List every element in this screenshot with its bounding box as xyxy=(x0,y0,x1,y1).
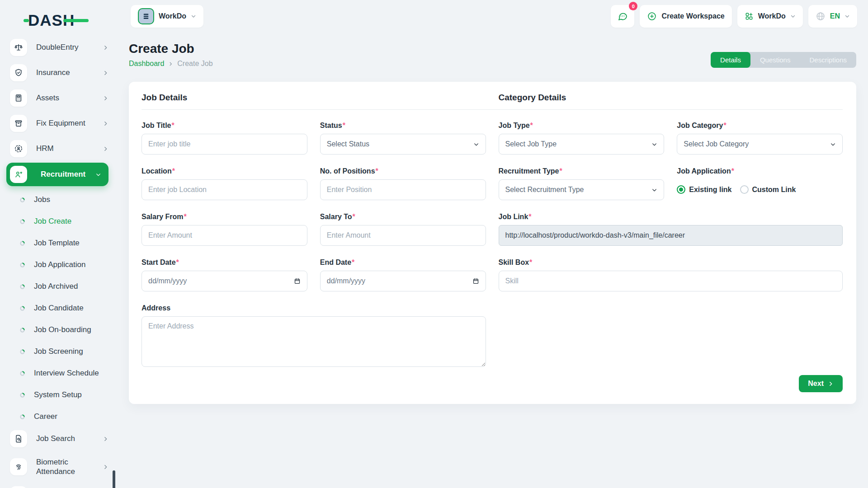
messages-count-badge: 0 xyxy=(629,2,637,10)
chevron-down-icon xyxy=(651,187,657,193)
start-date-input[interactable]: dd/mm/yyyy xyxy=(142,271,307,291)
sidebar-subitem-system-setup[interactable]: System Setup xyxy=(0,384,117,406)
field-start-date: Start Date* dd/mm/yyyy xyxy=(142,258,307,291)
sidebar-subitem-label: Interview Schedule xyxy=(34,369,99,378)
sidebar-subitem-job-template[interactable]: Job Template xyxy=(0,232,117,254)
sidebar-scrollbar[interactable] xyxy=(113,470,115,488)
job-type-select-value: Select Job Type xyxy=(505,140,557,148)
location-label: Location* xyxy=(142,167,307,175)
sidebar-item-insurance[interactable]: Insurance xyxy=(0,61,117,84)
tab-details[interactable]: Details xyxy=(711,52,750,68)
sidebar-item-doubleentry[interactable]: DoubleEntry xyxy=(0,36,117,59)
person-dashed-circle-icon xyxy=(10,140,27,157)
sidebar-subitem-job-screening[interactable]: Job Screening xyxy=(0,341,117,362)
end-date-label: End Date* xyxy=(320,258,486,267)
positions-label: No. of Positions* xyxy=(320,167,486,175)
bullet-icon xyxy=(20,393,25,398)
plus-circle-icon xyxy=(647,11,657,21)
sidebar-subitem-job-create[interactable]: Job Create xyxy=(0,211,117,232)
workspace-name: WorkDo xyxy=(159,12,186,20)
sidebar-subitem-job-onboarding[interactable]: Job On-boarding xyxy=(0,319,117,341)
create-workspace-button[interactable]: Create Workspace xyxy=(640,5,731,28)
sidebar-item-assets[interactable]: Assets xyxy=(0,87,117,109)
sidebar-item-recruitment[interactable]: Recruitment xyxy=(6,163,108,186)
salary-from-input[interactable] xyxy=(148,231,301,239)
job-type-label: Job Type* xyxy=(499,122,665,130)
field-status: Status* Select Status xyxy=(320,122,486,155)
sidebar-subitem-label: System Setup xyxy=(34,390,82,399)
status-select[interactable]: Select Status xyxy=(320,134,486,155)
required-marker: * xyxy=(176,258,179,266)
logo-accent-dash xyxy=(24,19,29,22)
skill-input[interactable] xyxy=(505,277,836,285)
field-job-application: Job Application* Existing link Custom Li… xyxy=(677,167,843,200)
sidebar-item-biometric-attendance[interactable]: Biometric Attendance xyxy=(0,453,117,481)
breadcrumb-current: Create Job xyxy=(177,60,212,68)
sidebar-subitem-interview-schedule[interactable]: Interview Schedule xyxy=(0,362,117,384)
tab-questions[interactable]: Questions xyxy=(750,52,800,68)
sidebar-item-fix-equipment[interactable]: Fix Equipment xyxy=(0,112,117,135)
bullet-icon xyxy=(20,219,25,224)
sidebar-item-job-search[interactable]: Job Search xyxy=(0,427,117,450)
skill-box-label: Skill Box* xyxy=(499,258,843,267)
sidebar-subitem-jobs[interactable]: Jobs xyxy=(0,189,117,211)
bullet-icon xyxy=(20,371,25,376)
sidebar-subitem-label: Career xyxy=(34,412,57,421)
salary-to-label: Salary To* xyxy=(320,213,486,221)
recruitment-type-label: Recruitment Type* xyxy=(499,167,665,175)
next-button[interactable]: Next xyxy=(799,375,843,392)
sidebar-subitem-label: Job Screening xyxy=(34,347,83,356)
chevron-right-icon xyxy=(103,45,108,51)
salary-to-input[interactable] xyxy=(327,231,479,239)
sidebar-subitem-job-candidate[interactable]: Job Candidate xyxy=(0,297,117,319)
chevron-down-icon xyxy=(473,141,479,147)
chevron-right-icon xyxy=(828,381,834,387)
positions-input[interactable] xyxy=(327,186,479,194)
address-textarea[interactable] xyxy=(142,316,486,367)
document-search-icon xyxy=(10,430,27,447)
language-selector[interactable]: EN xyxy=(808,5,857,28)
sidebar-subitem-job-archived[interactable]: Job Archived xyxy=(0,276,117,297)
field-salary-to: Salary To* xyxy=(320,213,486,246)
category-details-section-title: Category Details xyxy=(492,93,843,103)
location-input[interactable] xyxy=(148,186,301,194)
create-job-card: Job Details Category Details Job Title* … xyxy=(129,82,856,404)
job-type-select[interactable]: Select Job Type xyxy=(499,134,665,155)
sidebar-subitem-career[interactable]: Career xyxy=(0,406,117,427)
bullet-icon xyxy=(20,328,25,333)
fingerprint-icon xyxy=(10,458,27,475)
percent-document-icon xyxy=(10,486,27,488)
custom-link-option[interactable]: Custom Link xyxy=(740,185,796,194)
sidebar-item-label: Recruitment xyxy=(41,169,91,179)
job-category-select[interactable]: Select Job Category xyxy=(677,134,843,155)
person-plus-icon xyxy=(10,166,27,183)
tab-descriptions[interactable]: Descriptions xyxy=(800,52,856,68)
breadcrumb-dashboard-link[interactable]: Dashboard xyxy=(129,60,164,68)
messages-button[interactable]: 0 xyxy=(611,5,634,28)
sidebar-item-procurement[interactable]: Procurement xyxy=(0,483,117,488)
sidebar-subitem-job-application[interactable]: Job Application xyxy=(0,254,117,276)
brand-logo: DASH xyxy=(28,11,87,30)
job-category-label: Job Category* xyxy=(677,122,843,130)
bullet-icon xyxy=(20,284,25,289)
existing-link-option[interactable]: Existing link xyxy=(677,185,731,194)
end-date-input[interactable]: dd/mm/yyyy xyxy=(320,271,486,291)
chevron-right-icon xyxy=(103,436,108,442)
field-job-type: Job Type* Select Job Type xyxy=(499,122,665,155)
required-marker: * xyxy=(731,167,734,175)
job-title-input[interactable] xyxy=(148,140,301,148)
sidebar-item-label: HRM xyxy=(36,144,103,153)
chevron-right-icon xyxy=(168,61,173,66)
calendar-icon[interactable] xyxy=(294,277,301,285)
existing-link-radio[interactable] xyxy=(677,185,685,194)
recruitment-type-select[interactable]: Select Recruitment Type xyxy=(499,179,665,200)
chevron-down-icon xyxy=(790,14,796,19)
calendar-icon[interactable] xyxy=(472,277,479,285)
custom-link-radio[interactable] xyxy=(740,185,749,194)
workspace-selector[interactable]: WorkDo xyxy=(131,5,203,28)
bullet-icon xyxy=(20,306,25,311)
job-category-select-value: Select Job Category xyxy=(684,140,749,148)
workspace-dropdown[interactable]: WorkDo xyxy=(737,5,803,28)
required-marker: * xyxy=(184,213,186,221)
sidebar-item-hrm[interactable]: HRM xyxy=(0,137,117,160)
